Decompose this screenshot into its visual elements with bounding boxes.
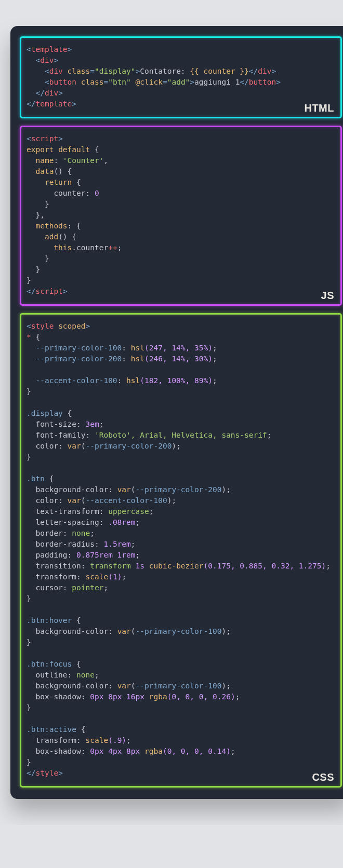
js-code: <script> export default { name: 'Counter… (27, 133, 335, 297)
js-badge: JS (321, 290, 334, 301)
css-code: <style scoped> * { --primary-color-100: … (27, 321, 335, 779)
css-badge: CSS (312, 772, 334, 783)
js-panel: JS <script> export default { name: 'Coun… (20, 126, 342, 306)
html-code: <template> <div> <div class="display">Co… (27, 44, 335, 110)
html-panel: HTML <template> <div> <div class="displa… (20, 36, 342, 118)
code-card: HTML <template> <div> <div class="displa… (10, 26, 343, 799)
html-badge: HTML (304, 103, 334, 114)
css-panel: CSS <style scoped> * { --primary-color-1… (20, 313, 342, 788)
